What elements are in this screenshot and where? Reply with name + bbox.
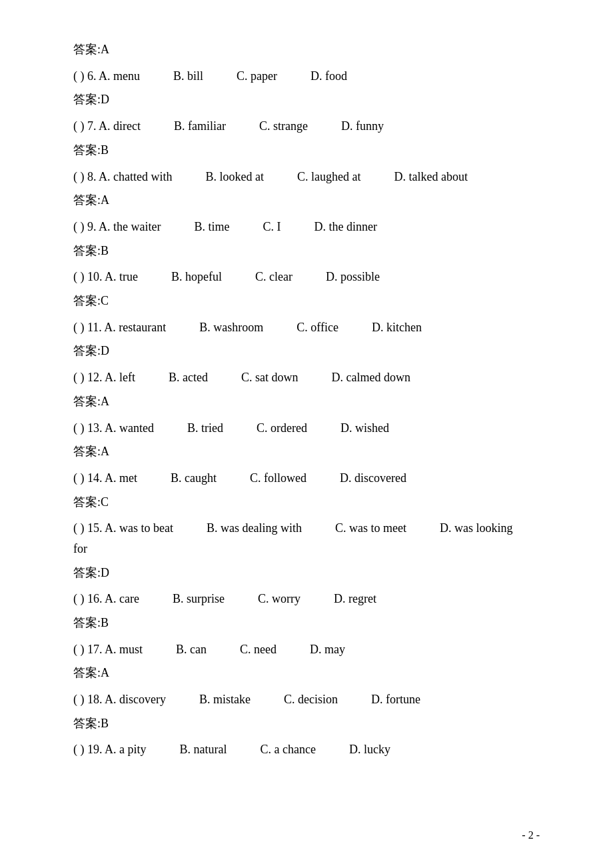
question-prefix: ( ) 7. bbox=[73, 119, 99, 133]
question-prefix: ( ) 10. bbox=[73, 270, 105, 283]
option-item: A. must bbox=[105, 643, 143, 656]
answer-answer_17: 答案:A bbox=[73, 663, 540, 683]
option-item: C. was to meet bbox=[335, 521, 406, 535]
option-item: C. worry bbox=[258, 592, 301, 605]
option-item: B. can bbox=[176, 643, 207, 656]
answer-answer_12: 答案:A bbox=[73, 392, 540, 411]
option-item: D. may bbox=[310, 643, 345, 656]
question-q16: ( ) 16. A. careB. surpriseC. worryD. reg… bbox=[73, 589, 540, 609]
question-prefix: ( ) 6. bbox=[73, 69, 99, 83]
question-prefix: ( ) 12. bbox=[73, 371, 105, 384]
question-q9: ( ) 9. A. the waiterB. timeC. ID. the di… bbox=[73, 217, 540, 237]
option-item: C. paper bbox=[237, 69, 277, 83]
option-item: A. met bbox=[105, 471, 137, 485]
question-prefix: ( ) 9. bbox=[73, 220, 99, 233]
option-item: D. wished bbox=[340, 421, 389, 435]
option-item: B. hopeful bbox=[171, 270, 222, 283]
option-item: B. surprise bbox=[173, 592, 225, 605]
option-item: C. need bbox=[240, 643, 277, 656]
option-item: B. acted bbox=[169, 371, 208, 384]
option-item: C. sat down bbox=[241, 371, 299, 384]
option-item: D. fortune bbox=[371, 693, 420, 706]
question-prefix: ( ) 14. bbox=[73, 471, 105, 485]
option-item: C. decision bbox=[284, 693, 338, 706]
option-item: C. ordered bbox=[257, 421, 307, 435]
answer-answer_6: 答案:D bbox=[73, 90, 540, 109]
option-item: A. true bbox=[105, 270, 138, 283]
option-item: A. discovery bbox=[105, 693, 166, 706]
answer-answer_5: 答案:A bbox=[73, 40, 540, 59]
question-q10: ( ) 10. A. trueB. hopefulC. clearD. poss… bbox=[73, 267, 540, 287]
option-item: B. caught bbox=[171, 471, 217, 485]
question-q17: ( ) 17. A. mustB. canC. needD. may bbox=[73, 639, 540, 660]
question-q7: ( ) 7. A. directB. familiarC. strangeD. … bbox=[73, 116, 540, 137]
answer-answer_15: 答案:D bbox=[73, 563, 540, 583]
option-item: A. a pity bbox=[105, 743, 147, 756]
option-item: A. left bbox=[105, 371, 135, 384]
option-item: A. the waiter bbox=[99, 220, 161, 233]
option-item: B. looked at bbox=[205, 170, 264, 183]
option-item: B. washroom bbox=[199, 321, 263, 334]
question-q15: ( ) 15. A. was to beatB. was dealing wit… bbox=[73, 518, 540, 559]
answer-answer_8: 答案:A bbox=[73, 191, 540, 210]
question-prefix: ( ) 11. bbox=[73, 321, 104, 334]
question-q12: ( ) 12. A. leftB. actedC. sat downD. cal… bbox=[73, 367, 540, 388]
option-item: A. direct bbox=[99, 119, 141, 133]
answer-answer_11: 答案:D bbox=[73, 341, 540, 361]
option-item: B. natural bbox=[180, 743, 227, 756]
option-item: A. chatted with bbox=[99, 170, 172, 183]
question-q18: ( ) 18. A. discoveryB. mistakeC. decisio… bbox=[73, 689, 540, 710]
option-item: B. mistake bbox=[199, 693, 251, 706]
question-prefix: ( ) 8. bbox=[73, 170, 99, 183]
option-item: C. laughed at bbox=[297, 170, 360, 183]
answer-answer_13: 答案:A bbox=[73, 442, 540, 461]
option-item: D. talked about bbox=[394, 170, 467, 183]
question-q13: ( ) 13. A. wantedB. triedC. orderedD. wi… bbox=[73, 418, 540, 439]
option-item: B. time bbox=[194, 220, 229, 233]
option-item: D. discovered bbox=[340, 471, 406, 485]
option-item: C. office bbox=[297, 321, 338, 334]
option-item: B. was dealing with bbox=[207, 521, 302, 535]
option-item: A. wanted bbox=[105, 421, 154, 435]
option-item: C. strange bbox=[259, 119, 308, 133]
question-q6: ( ) 6. A. menuB. billC. paperD. food bbox=[73, 66, 540, 87]
question-q19: ( ) 19. A. a pityB. naturalC. a chanceD.… bbox=[73, 739, 540, 760]
option-item: D. lucky bbox=[349, 743, 390, 756]
question-prefix: ( ) 16. bbox=[73, 592, 105, 605]
content: 答案:A( ) 6. A. menuB. billC. paperD. food… bbox=[73, 40, 540, 760]
option-item: B. bill bbox=[173, 69, 203, 83]
question-prefix: ( ) 18. bbox=[73, 693, 105, 706]
option-item: A. was to beat bbox=[105, 521, 173, 535]
option-item: B. tried bbox=[187, 421, 223, 435]
option-item: D. kitchen bbox=[372, 321, 422, 334]
answer-answer_9: 答案:B bbox=[73, 241, 540, 261]
answer-answer_14: 答案:C bbox=[73, 493, 540, 512]
question-q8: ( ) 8. A. chatted withB. looked atC. lau… bbox=[73, 167, 540, 187]
question-q14: ( ) 14. A. metB. caughtC. followedD. dis… bbox=[73, 468, 540, 489]
option-item: D. possible bbox=[326, 270, 380, 283]
option-item: A. care bbox=[105, 592, 139, 605]
option-item: A. restaurant bbox=[104, 321, 166, 334]
question-prefix: ( ) 19. bbox=[73, 743, 105, 756]
answer-answer_16: 答案:B bbox=[73, 613, 540, 633]
answer-answer_7: 答案:B bbox=[73, 141, 540, 160]
question-prefix: ( ) 13. bbox=[73, 421, 105, 435]
option-item: C. a chance bbox=[260, 743, 315, 756]
answer-answer_18: 答案:B bbox=[73, 714, 540, 733]
option-item: D. the dinner bbox=[314, 220, 376, 233]
question-q11: ( ) 11. A. restaurantB. washroomC. offic… bbox=[73, 317, 540, 338]
option-item: D. regret bbox=[334, 592, 376, 605]
question-prefix: ( ) 17. bbox=[73, 643, 105, 656]
option-item: D. food bbox=[310, 69, 347, 83]
option-item: C. I bbox=[263, 220, 281, 233]
answer-answer_10: 答案:C bbox=[73, 291, 540, 311]
option-item: D. calmed down bbox=[331, 371, 410, 384]
option-item: A. menu bbox=[99, 69, 140, 83]
option-item: B. familiar bbox=[174, 119, 226, 133]
option-item: C. clear bbox=[255, 270, 293, 283]
option-item: D. funny bbox=[341, 119, 384, 133]
page-number: - 2 - bbox=[522, 829, 540, 841]
question-prefix: ( ) 15. bbox=[73, 521, 105, 535]
option-item: C. followed bbox=[250, 471, 306, 485]
